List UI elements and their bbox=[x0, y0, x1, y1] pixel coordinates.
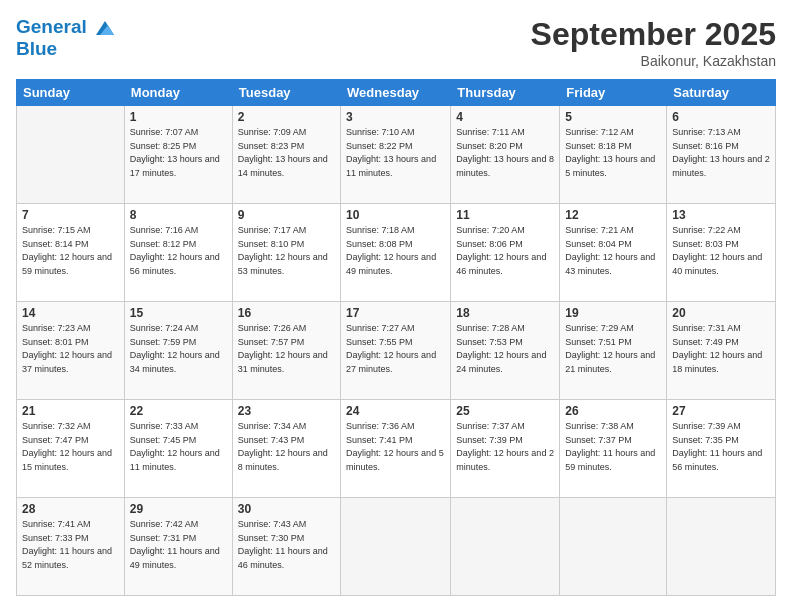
day-info: Sunrise: 7:11 AMSunset: 8:20 PMDaylight:… bbox=[456, 126, 554, 180]
logo: General Blue bbox=[16, 16, 116, 60]
day-number: 13 bbox=[672, 208, 770, 222]
day-number: 7 bbox=[22, 208, 119, 222]
day-number: 27 bbox=[672, 404, 770, 418]
table-row: 15Sunrise: 7:24 AMSunset: 7:59 PMDayligh… bbox=[124, 302, 232, 400]
table-row: 26Sunrise: 7:38 AMSunset: 7:37 PMDayligh… bbox=[560, 400, 667, 498]
logo-text: General bbox=[16, 16, 116, 38]
day-info: Sunrise: 7:37 AMSunset: 7:39 PMDaylight:… bbox=[456, 420, 554, 474]
day-number: 17 bbox=[346, 306, 445, 320]
title-block: September 2025 Baikonur, Kazakhstan bbox=[531, 16, 776, 69]
day-number: 29 bbox=[130, 502, 227, 516]
day-number: 14 bbox=[22, 306, 119, 320]
table-row: 27Sunrise: 7:39 AMSunset: 7:35 PMDayligh… bbox=[667, 400, 776, 498]
col-saturday: Saturday bbox=[667, 80, 776, 106]
table-row: 4Sunrise: 7:11 AMSunset: 8:20 PMDaylight… bbox=[451, 106, 560, 204]
table-row: 28Sunrise: 7:41 AMSunset: 7:33 PMDayligh… bbox=[17, 498, 125, 596]
day-number: 20 bbox=[672, 306, 770, 320]
table-row: 21Sunrise: 7:32 AMSunset: 7:47 PMDayligh… bbox=[17, 400, 125, 498]
page-header: General Blue September 2025 Baikonur, Ka… bbox=[16, 16, 776, 69]
month-title: September 2025 bbox=[531, 16, 776, 53]
day-number: 10 bbox=[346, 208, 445, 222]
col-wednesday: Wednesday bbox=[341, 80, 451, 106]
day-info: Sunrise: 7:29 AMSunset: 7:51 PMDaylight:… bbox=[565, 322, 661, 376]
calendar-week-row: 21Sunrise: 7:32 AMSunset: 7:47 PMDayligh… bbox=[17, 400, 776, 498]
day-number: 18 bbox=[456, 306, 554, 320]
day-number: 21 bbox=[22, 404, 119, 418]
day-info: Sunrise: 7:12 AMSunset: 8:18 PMDaylight:… bbox=[565, 126, 661, 180]
calendar-week-row: 7Sunrise: 7:15 AMSunset: 8:14 PMDaylight… bbox=[17, 204, 776, 302]
col-sunday: Sunday bbox=[17, 80, 125, 106]
calendar-week-row: 1Sunrise: 7:07 AMSunset: 8:25 PMDaylight… bbox=[17, 106, 776, 204]
day-info: Sunrise: 7:21 AMSunset: 8:04 PMDaylight:… bbox=[565, 224, 661, 278]
day-info: Sunrise: 7:34 AMSunset: 7:43 PMDaylight:… bbox=[238, 420, 335, 474]
table-row: 9Sunrise: 7:17 AMSunset: 8:10 PMDaylight… bbox=[232, 204, 340, 302]
day-number: 9 bbox=[238, 208, 335, 222]
table-row: 17Sunrise: 7:27 AMSunset: 7:55 PMDayligh… bbox=[341, 302, 451, 400]
table-row: 13Sunrise: 7:22 AMSunset: 8:03 PMDayligh… bbox=[667, 204, 776, 302]
day-info: Sunrise: 7:27 AMSunset: 7:55 PMDaylight:… bbox=[346, 322, 445, 376]
day-info: Sunrise: 7:18 AMSunset: 8:08 PMDaylight:… bbox=[346, 224, 445, 278]
table-row: 10Sunrise: 7:18 AMSunset: 8:08 PMDayligh… bbox=[341, 204, 451, 302]
location: Baikonur, Kazakhstan bbox=[531, 53, 776, 69]
col-friday: Friday bbox=[560, 80, 667, 106]
day-number: 4 bbox=[456, 110, 554, 124]
col-tuesday: Tuesday bbox=[232, 80, 340, 106]
logo-icon bbox=[94, 19, 116, 37]
day-info: Sunrise: 7:16 AMSunset: 8:12 PMDaylight:… bbox=[130, 224, 227, 278]
calendar-week-row: 14Sunrise: 7:23 AMSunset: 8:01 PMDayligh… bbox=[17, 302, 776, 400]
day-info: Sunrise: 7:41 AMSunset: 7:33 PMDaylight:… bbox=[22, 518, 119, 572]
table-row: 25Sunrise: 7:37 AMSunset: 7:39 PMDayligh… bbox=[451, 400, 560, 498]
day-number: 22 bbox=[130, 404, 227, 418]
col-thursday: Thursday bbox=[451, 80, 560, 106]
table-row: 24Sunrise: 7:36 AMSunset: 7:41 PMDayligh… bbox=[341, 400, 451, 498]
day-number: 3 bbox=[346, 110, 445, 124]
day-info: Sunrise: 7:20 AMSunset: 8:06 PMDaylight:… bbox=[456, 224, 554, 278]
table-row: 20Sunrise: 7:31 AMSunset: 7:49 PMDayligh… bbox=[667, 302, 776, 400]
day-number: 26 bbox=[565, 404, 661, 418]
day-info: Sunrise: 7:10 AMSunset: 8:22 PMDaylight:… bbox=[346, 126, 445, 180]
table-row: 5Sunrise: 7:12 AMSunset: 8:18 PMDaylight… bbox=[560, 106, 667, 204]
day-info: Sunrise: 7:07 AMSunset: 8:25 PMDaylight:… bbox=[130, 126, 227, 180]
day-number: 15 bbox=[130, 306, 227, 320]
day-info: Sunrise: 7:15 AMSunset: 8:14 PMDaylight:… bbox=[22, 224, 119, 278]
day-number: 8 bbox=[130, 208, 227, 222]
table-row: 19Sunrise: 7:29 AMSunset: 7:51 PMDayligh… bbox=[560, 302, 667, 400]
table-row: 22Sunrise: 7:33 AMSunset: 7:45 PMDayligh… bbox=[124, 400, 232, 498]
table-row: 16Sunrise: 7:26 AMSunset: 7:57 PMDayligh… bbox=[232, 302, 340, 400]
day-info: Sunrise: 7:36 AMSunset: 7:41 PMDaylight:… bbox=[346, 420, 445, 474]
logo-line2: Blue bbox=[16, 38, 116, 60]
day-info: Sunrise: 7:24 AMSunset: 7:59 PMDaylight:… bbox=[130, 322, 227, 376]
day-number: 25 bbox=[456, 404, 554, 418]
table-row bbox=[560, 498, 667, 596]
day-number: 28 bbox=[22, 502, 119, 516]
day-info: Sunrise: 7:31 AMSunset: 7:49 PMDaylight:… bbox=[672, 322, 770, 376]
day-number: 11 bbox=[456, 208, 554, 222]
day-info: Sunrise: 7:23 AMSunset: 8:01 PMDaylight:… bbox=[22, 322, 119, 376]
day-info: Sunrise: 7:33 AMSunset: 7:45 PMDaylight:… bbox=[130, 420, 227, 474]
day-info: Sunrise: 7:38 AMSunset: 7:37 PMDaylight:… bbox=[565, 420, 661, 474]
day-number: 24 bbox=[346, 404, 445, 418]
table-row: 18Sunrise: 7:28 AMSunset: 7:53 PMDayligh… bbox=[451, 302, 560, 400]
table-row: 14Sunrise: 7:23 AMSunset: 8:01 PMDayligh… bbox=[17, 302, 125, 400]
table-row bbox=[17, 106, 125, 204]
day-info: Sunrise: 7:42 AMSunset: 7:31 PMDaylight:… bbox=[130, 518, 227, 572]
table-row: 8Sunrise: 7:16 AMSunset: 8:12 PMDaylight… bbox=[124, 204, 232, 302]
day-info: Sunrise: 7:09 AMSunset: 8:23 PMDaylight:… bbox=[238, 126, 335, 180]
day-info: Sunrise: 7:17 AMSunset: 8:10 PMDaylight:… bbox=[238, 224, 335, 278]
table-row: 6Sunrise: 7:13 AMSunset: 8:16 PMDaylight… bbox=[667, 106, 776, 204]
day-number: 1 bbox=[130, 110, 227, 124]
day-info: Sunrise: 7:13 AMSunset: 8:16 PMDaylight:… bbox=[672, 126, 770, 180]
day-number: 23 bbox=[238, 404, 335, 418]
day-number: 6 bbox=[672, 110, 770, 124]
table-row: 12Sunrise: 7:21 AMSunset: 8:04 PMDayligh… bbox=[560, 204, 667, 302]
day-info: Sunrise: 7:22 AMSunset: 8:03 PMDaylight:… bbox=[672, 224, 770, 278]
table-row bbox=[667, 498, 776, 596]
table-row: 7Sunrise: 7:15 AMSunset: 8:14 PMDaylight… bbox=[17, 204, 125, 302]
table-row: 3Sunrise: 7:10 AMSunset: 8:22 PMDaylight… bbox=[341, 106, 451, 204]
day-number: 30 bbox=[238, 502, 335, 516]
table-row: 29Sunrise: 7:42 AMSunset: 7:31 PMDayligh… bbox=[124, 498, 232, 596]
day-info: Sunrise: 7:28 AMSunset: 7:53 PMDaylight:… bbox=[456, 322, 554, 376]
calendar-header-row: Sunday Monday Tuesday Wednesday Thursday… bbox=[17, 80, 776, 106]
table-row: 2Sunrise: 7:09 AMSunset: 8:23 PMDaylight… bbox=[232, 106, 340, 204]
day-number: 5 bbox=[565, 110, 661, 124]
